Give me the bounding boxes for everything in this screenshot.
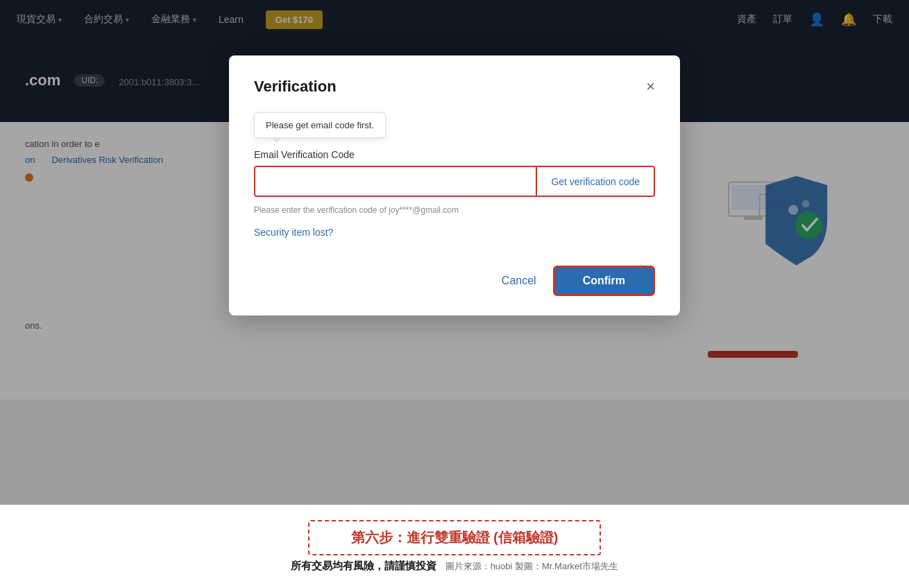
verification-code-input[interactable] — [255, 167, 536, 196]
hint-text: Please enter the verification code of jo… — [254, 205, 655, 215]
modal-footer: Cancel Confirm — [254, 266, 655, 296]
step-title: 第六步：進行雙重驗證 (信箱驗證) — [351, 530, 559, 545]
source-text: 圖片來源：huobi 製圖：Mr.Market市場先生 — [445, 561, 618, 571]
tooltip-box: Please get email code first. — [254, 112, 386, 138]
verification-input-row: Get verification code — [254, 166, 655, 197]
disclaimer-row: 所有交易均有風險，請謹慎投資 圖片來源：huobi 製圖：Mr.Market市場… — [291, 560, 618, 573]
step-banner: 第六步：進行雙重驗證 (信箱驗證) — [308, 520, 602, 555]
get-verification-code-button[interactable]: Get verification code — [536, 167, 654, 196]
verification-modal: Verification × Please get email code fir… — [229, 55, 680, 315]
cancel-button[interactable]: Cancel — [502, 275, 536, 287]
disclaimer-text: 所有交易均有風險，請謹慎投資 — [291, 560, 436, 571]
modal-title: Verification — [254, 78, 337, 96]
modal-header: Verification × — [254, 78, 655, 96]
confirm-button[interactable]: Confirm — [553, 266, 655, 296]
close-button[interactable]: × — [646, 79, 655, 94]
tooltip-text: Please get email code first. — [266, 120, 374, 130]
bottom-annotation: 第六步：進行雙重驗證 (信箱驗證) 所有交易均有風險，請謹慎投資 圖片來源：hu… — [0, 505, 909, 588]
field-label: Email Verification Code — [254, 149, 655, 160]
security-item-lost-link[interactable]: Security item lost? — [254, 227, 333, 238]
